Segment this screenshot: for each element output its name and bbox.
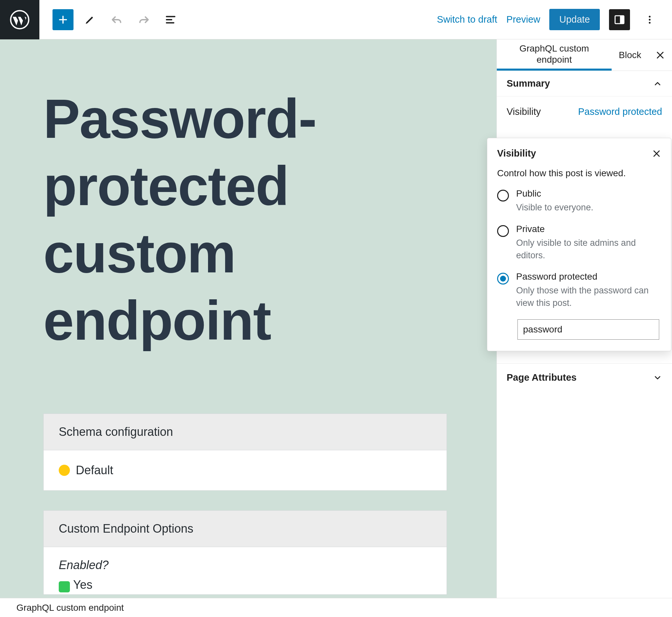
visibility-option-private[interactable]: Private Only visible to site admins and … <box>497 224 661 262</box>
svg-point-5 <box>649 22 650 23</box>
close-icon <box>652 149 661 158</box>
option-label: Password protected <box>516 271 661 282</box>
plus-icon <box>57 14 69 26</box>
topbar-right-actions: Switch to draft Preview Update <box>437 9 672 30</box>
visibility-option-public[interactable]: Public Visible to everyone. <box>497 188 661 214</box>
sidebar-icon <box>614 14 625 26</box>
kebab-icon <box>644 14 655 25</box>
preview-link[interactable]: Preview <box>506 14 540 25</box>
chevron-down-icon <box>653 373 662 382</box>
option-desc: Only those with the password can view th… <box>516 284 661 310</box>
breadcrumb-footer: GraphQL custom endpoint <box>0 598 672 617</box>
undo-icon <box>110 13 124 26</box>
sidebar-tabs: GraphQL custom endpoint Block <box>497 39 672 71</box>
settings-sidebar: GraphQL custom endpoint Block Summary Vi… <box>496 39 672 598</box>
document-overview-button[interactable] <box>160 9 181 30</box>
panel-heading: Schema configuration <box>44 414 447 450</box>
tab-document[interactable]: GraphQL custom endpoint <box>497 39 612 70</box>
option-desc: Visible to everyone. <box>516 202 593 214</box>
close-sidebar-button[interactable] <box>648 39 672 70</box>
settings-sidebar-toggle[interactable] <box>609 9 630 30</box>
pencil-icon <box>84 13 96 26</box>
popover-close-button[interactable] <box>652 149 661 158</box>
visibility-popover: Visibility Control how this post is view… <box>487 138 671 351</box>
schema-config-value: Default <box>76 463 113 477</box>
yellow-dot-icon <box>59 465 70 476</box>
password-input[interactable] <box>517 319 659 340</box>
editor-topbar: Switch to draft Preview Update <box>0 0 672 39</box>
popover-title: Visibility <box>497 148 536 159</box>
visibility-option-password[interactable]: Password protected Only those with the p… <box>497 271 661 310</box>
undo-button[interactable] <box>106 9 127 30</box>
panel-body: Default <box>44 450 447 490</box>
popover-description: Control how this post is viewed. <box>497 168 661 179</box>
radio-icon <box>497 225 509 237</box>
option-label: Public <box>516 188 593 199</box>
more-options-button[interactable] <box>639 9 660 30</box>
wp-logo[interactable] <box>0 0 39 39</box>
tab-block[interactable]: Block <box>612 39 648 70</box>
svg-point-3 <box>649 16 650 17</box>
close-icon <box>655 50 665 60</box>
redo-icon <box>137 13 150 26</box>
switch-to-draft-link[interactable]: Switch to draft <box>437 14 497 25</box>
update-button[interactable]: Update <box>549 9 600 30</box>
redo-button[interactable] <box>133 9 154 30</box>
breadcrumb-text[interactable]: GraphQL custom endpoint <box>16 603 124 613</box>
radio-icon <box>497 273 509 284</box>
topbar-left-tools <box>39 9 181 30</box>
add-block-button[interactable] <box>52 9 73 30</box>
page-attributes-title: Page Attributes <box>507 372 577 383</box>
option-label: Private <box>516 224 661 234</box>
green-check-icon <box>59 581 70 592</box>
wordpress-icon <box>10 10 29 29</box>
summary-title: Summary <box>507 78 550 89</box>
summary-visibility-row: Visibility Password protected <box>497 96 672 127</box>
panel-body: Enabled? Yes <box>44 547 447 594</box>
visibility-label: Visibility <box>507 106 541 117</box>
page-attributes-section-toggle[interactable]: Page Attributes <box>497 363 672 392</box>
visibility-value-link[interactable]: Password protected <box>578 106 662 117</box>
editor-main: Password-protected custom endpoint Schem… <box>0 39 672 598</box>
editor-canvas: Password-protected custom endpoint Schem… <box>0 39 496 598</box>
outline-icon <box>164 13 177 26</box>
panel-heading: Custom Endpoint Options <box>44 511 447 547</box>
chevron-up-icon <box>653 79 662 88</box>
page-title[interactable]: Password-protected custom endpoint <box>43 85 447 355</box>
svg-rect-2 <box>620 16 624 24</box>
edit-tool-button[interactable] <box>79 9 100 30</box>
enabled-value: Yes <box>73 578 92 592</box>
enabled-label: Enabled? <box>59 558 432 572</box>
svg-point-4 <box>649 19 650 20</box>
summary-section-toggle[interactable]: Summary <box>497 71 672 96</box>
radio-icon <box>497 190 509 202</box>
option-desc: Only visible to site admins and editors. <box>516 237 661 262</box>
schema-config-panel: Schema configuration Default <box>43 414 447 491</box>
custom-endpoint-options-panel: Custom Endpoint Options Enabled? Yes <box>43 510 447 595</box>
